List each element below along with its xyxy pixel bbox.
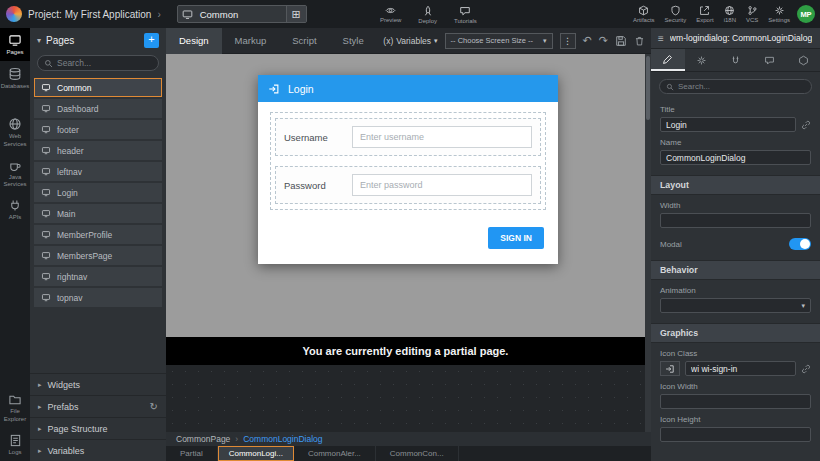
rail-item-java-services[interactable]: Java Services <box>0 153 30 193</box>
export-button[interactable]: Export <box>696 5 713 23</box>
scrollbar-thumb[interactable] <box>646 56 650 120</box>
refresh-icon[interactable]: ↻ <box>150 401 158 412</box>
shield-icon <box>670 5 681 16</box>
hamburger-icon[interactable]: ≡ <box>658 33 664 44</box>
app-logo-icon[interactable] <box>6 6 22 22</box>
page-item-memberspage[interactable]: MembersPage <box>34 246 162 265</box>
artifacts-button[interactable]: Artifacts <box>633 5 655 23</box>
design-canvas[interactable]: Login Username Password SIGN IN <box>166 54 645 337</box>
settings-button[interactable]: Settings <box>768 5 790 23</box>
security-button[interactable]: Security <box>665 5 687 23</box>
rail-bottom-group: File Explorer Logs <box>0 387 30 461</box>
page-item-leftnav[interactable]: leftnav <box>34 162 162 181</box>
page-item-header[interactable]: header <box>34 141 162 160</box>
tutorials-button[interactable]: Tutorials <box>454 5 477 24</box>
redo-icon[interactable]: ↷ <box>599 34 608 47</box>
page-thumb-icon <box>41 272 51 281</box>
screen-size-select[interactable]: -- Choose Screen Size -- ▾ <box>445 33 553 49</box>
modal-toggle[interactable] <box>789 238 811 250</box>
password-form-row[interactable]: Password <box>275 166 541 204</box>
page-switcher[interactable]: Common ⊞ <box>177 5 307 23</box>
rail-item-file-explorer[interactable]: File Explorer <box>0 387 30 427</box>
section-page-structure[interactable]: ▸ Page Structure <box>30 417 166 439</box>
section-variables[interactable]: ▸ Variables <box>30 439 166 461</box>
page-item-main[interactable]: Main <box>34 204 162 223</box>
deploy-button[interactable]: Deploy <box>418 5 437 24</box>
page-item-rightnav[interactable]: rightnav <box>34 267 162 286</box>
variables-button[interactable]: (x) Variables ▾ <box>383 36 437 46</box>
tab-security[interactable] <box>786 49 820 71</box>
dialog-header[interactable]: Login <box>258 75 558 102</box>
animation-select[interactable]: ▾ <box>660 298 811 313</box>
chat-bubble-icon <box>764 55 775 66</box>
more-options-button[interactable]: ⋮ <box>560 33 576 49</box>
tab-script[interactable]: Script <box>279 28 329 54</box>
properties-search[interactable] <box>659 79 812 94</box>
section-prefabs[interactable]: ▸ Prefabs ↻ <box>30 395 166 417</box>
rail-item-pages[interactable]: Pages <box>0 28 30 61</box>
pages-search-input[interactable] <box>57 58 152 68</box>
tab-design[interactable]: Design <box>166 28 222 54</box>
breadcrumb-root[interactable]: CommonPage <box>176 434 230 444</box>
project-label: Project: My First Application <box>28 9 151 20</box>
add-page-button[interactable]: + <box>144 33 159 48</box>
properties-search-input[interactable] <box>678 82 805 91</box>
sign-in-button[interactable]: SIGN IN <box>488 227 544 249</box>
bind-link-icon[interactable] <box>801 364 811 374</box>
tab-markup[interactable]: Markup <box>222 28 280 54</box>
chat-bubble-icon <box>459 5 471 17</box>
pages-panel-header[interactable]: ▾ Pages + <box>30 28 166 53</box>
tab-commonconfirmdialog[interactable]: CommonCon... <box>376 446 459 461</box>
rail-spacer <box>0 95 30 111</box>
width-input[interactable] <box>660 213 811 228</box>
icon-width-input[interactable] <box>660 394 811 409</box>
section-layout: Layout <box>651 175 820 195</box>
tab-commonlogindialog[interactable]: CommonLogi... <box>218 446 294 461</box>
tab-commonalertdialog[interactable]: CommonAler... <box>294 446 376 461</box>
topbar-center-actions: Preview Deploy Tutorials <box>380 0 477 28</box>
tab-properties[interactable] <box>651 49 685 71</box>
vcs-button[interactable]: VCS <box>746 5 758 23</box>
username-input[interactable] <box>352 126 532 148</box>
form-container[interactable]: Username Password <box>270 112 546 210</box>
name-input[interactable] <box>660 150 811 165</box>
preview-button[interactable]: Preview <box>380 5 401 23</box>
username-form-row[interactable]: Username <box>275 118 541 156</box>
login-dialog-widget[interactable]: Login Username Password SIGN IN <box>258 75 558 264</box>
gear-icon <box>696 55 707 66</box>
plug-icon <box>8 199 22 212</box>
partial-page-notice-bar: You are currently editing a partial page… <box>166 337 645 365</box>
pages-search[interactable] <box>37 55 159 71</box>
icon-height-input[interactable] <box>660 427 811 442</box>
undo-icon[interactable]: ↶ <box>583 34 592 47</box>
page-item-footer[interactable]: footer <box>34 120 162 139</box>
bind-link-icon[interactable] <box>801 120 811 130</box>
icon-class-input[interactable] <box>685 361 796 376</box>
properties-panel-header: ≡ wm-logindialog: CommonLoginDialog <box>651 28 820 49</box>
rail-item-apis[interactable]: APIs <box>0 193 30 226</box>
page-item-common[interactable]: Common <box>34 78 162 97</box>
tab-styles[interactable] <box>685 49 719 71</box>
rail-item-logs[interactable]: Logs <box>0 428 30 461</box>
password-input[interactable] <box>352 174 532 196</box>
user-avatar[interactable]: MP <box>797 5 815 23</box>
grid-icon[interactable]: ⊞ <box>286 6 306 22</box>
tab-partial[interactable]: Partial <box>166 446 218 461</box>
trash-icon[interactable] <box>634 35 645 47</box>
rail-item-databases[interactable]: Databases <box>0 61 30 95</box>
page-item-login[interactable]: Login <box>34 183 162 202</box>
caret-right-icon: ▸ <box>38 447 42 455</box>
page-item-topnav[interactable]: topnav <box>34 288 162 307</box>
tab-events[interactable] <box>752 49 786 71</box>
rail-item-web-services[interactable]: Web Services <box>0 111 30 152</box>
save-icon[interactable] <box>615 35 627 47</box>
page-item-dashboard[interactable]: Dashboard <box>34 99 162 118</box>
breadcrumb-current[interactable]: CommonLoginDialog <box>243 434 322 444</box>
title-input[interactable] <box>660 117 796 132</box>
tab-bindings[interactable] <box>719 49 753 71</box>
tab-style[interactable]: Style <box>330 28 377 54</box>
page-item-memberprofile[interactable]: MemberProfile <box>34 225 162 244</box>
section-widgets[interactable]: ▸ Widgets <box>30 373 166 395</box>
i18n-button[interactable]: i18N <box>724 5 736 23</box>
page-thumb-icon <box>41 146 51 155</box>
